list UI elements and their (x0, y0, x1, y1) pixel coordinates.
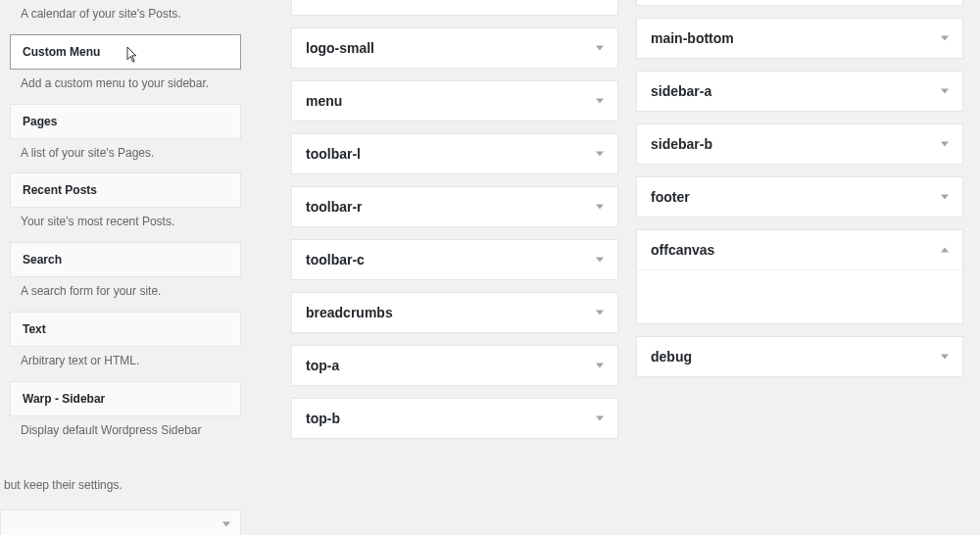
chevron-down-icon (941, 89, 949, 94)
available-widgets-column: A calendar of your site's Posts. Custom … (0, 0, 251, 535)
widget-warp-sidebar[interactable]: Warp - Sidebar (10, 381, 241, 416)
area-title: sidebar-a (651, 83, 711, 99)
chevron-down-icon (596, 205, 604, 210)
area-footer[interactable]: footer (636, 176, 963, 218)
area-title: footer (651, 189, 690, 205)
chevron-down-icon (596, 46, 604, 51)
area-toolbar-c[interactable]: toolbar-c (291, 239, 618, 280)
area-dropzone[interactable] (637, 269, 962, 323)
inactive-widget-slot[interactable] (0, 510, 241, 535)
area-text[interactable]: text (291, 0, 618, 16)
widget-title: Warp - Sidebar (11, 382, 240, 415)
widget-desc: A calendar of your site's Posts. (21, 6, 251, 23)
widget-title: Custom Menu (11, 35, 240, 69)
widget-title: Text (11, 313, 240, 346)
widget-title: Search (11, 243, 240, 276)
widget-custom-menu[interactable]: Custom Menu (10, 34, 241, 70)
area-toolbar-l[interactable]: toolbar-l (291, 133, 618, 174)
widget-desc: Your site's most recent Posts. (21, 214, 251, 230)
area-title: debug (651, 349, 692, 365)
area-debug[interactable]: debug (636, 336, 963, 377)
area-logo-small[interactable]: logo-small (291, 27, 618, 69)
widget-areas-column-1: text logo-small menu toolbar-l toolbar-r… (291, 0, 618, 451)
area-top-b[interactable]: top-b (291, 398, 618, 439)
area-title: logo-small (306, 40, 374, 56)
area-title: top-b (306, 411, 340, 426)
widget-text[interactable]: Text (10, 312, 241, 347)
chevron-down-icon (596, 311, 604, 316)
chevron-down-icon (941, 142, 949, 147)
chevron-down-icon (596, 152, 604, 157)
widget-recent-posts[interactable]: Recent Posts (10, 172, 241, 208)
area-title: menu (306, 93, 342, 109)
area-top-a[interactable]: top-a (291, 345, 618, 386)
area-title: top-a (306, 358, 339, 373)
area-main-bottom[interactable]: main-bottom (636, 18, 963, 59)
area-title: toolbar-c (306, 252, 365, 268)
area-breadcrumbs[interactable]: breadcrumbs (291, 292, 618, 333)
inactive-widgets-note: but keep their settings. (4, 478, 251, 492)
chevron-down-icon (596, 416, 604, 421)
area-title: sidebar-b (651, 136, 712, 152)
area-main-top[interactable]: main-top (636, 0, 963, 6)
widget-title: Pages (11, 105, 240, 138)
area-sidebar-b[interactable]: sidebar-b (636, 123, 963, 165)
widget-pages[interactable]: Pages (10, 104, 241, 139)
area-title: text (306, 0, 330, 3)
chevron-down-icon (596, 258, 604, 263)
widget-title: Recent Posts (11, 173, 240, 207)
area-title: breadcrumbs (306, 305, 393, 320)
chevron-down-icon (941, 36, 949, 41)
widget-areas-column-2: main-top main-bottom sidebar-a sidebar-b… (636, 0, 963, 389)
chevron-down-icon (596, 364, 604, 368)
area-menu[interactable]: menu (291, 80, 618, 122)
chevron-up-icon (941, 248, 949, 253)
chevron-down-icon (941, 195, 949, 200)
widget-desc: Arbitrary text or HTML. (21, 353, 251, 369)
area-title: offcanvas (651, 242, 714, 258)
widget-desc: Display default Wordpress Sidebar (21, 422, 251, 439)
widget-search[interactable]: Search (10, 242, 241, 277)
chevron-down-icon (941, 355, 949, 360)
area-title: toolbar-l (306, 146, 361, 162)
widget-desc: Add a custom menu to your sidebar. (21, 75, 251, 92)
area-sidebar-a[interactable]: sidebar-a (636, 71, 963, 112)
widget-desc: A list of your site's Pages. (21, 145, 251, 162)
area-title: toolbar-r (306, 199, 363, 215)
area-title: main-bottom (651, 30, 734, 46)
chevron-down-icon (222, 521, 230, 526)
area-toolbar-r[interactable]: toolbar-r (291, 186, 618, 227)
widget-desc: A search form for your site. (21, 283, 251, 300)
chevron-down-icon (596, 99, 604, 104)
area-offcanvas[interactable]: offcanvas (636, 229, 963, 324)
